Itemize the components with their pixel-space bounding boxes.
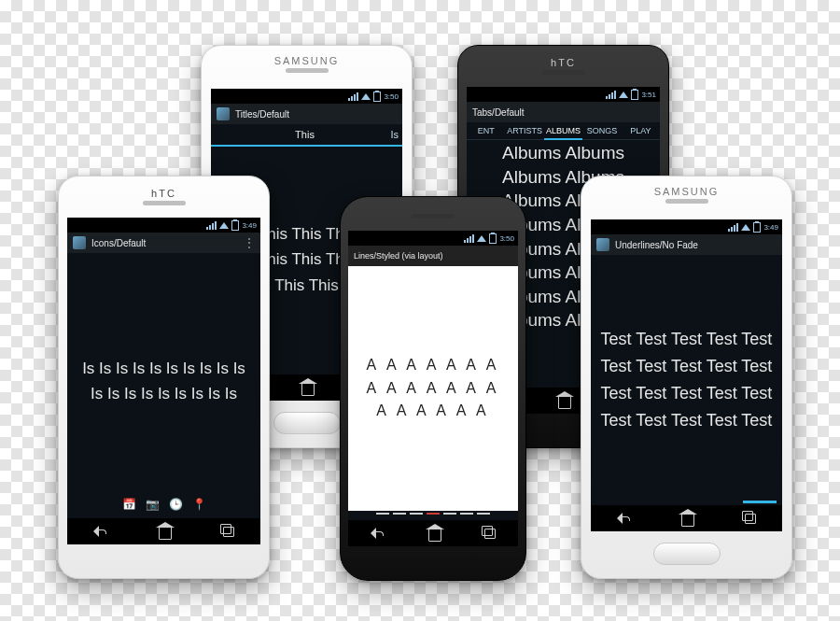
clock-icon[interactable]: 🕒: [169, 498, 183, 511]
wifi-icon: [219, 222, 229, 229]
title-strip[interactable]: This Is: [211, 124, 402, 147]
status-bar: 3:51: [467, 87, 660, 102]
action-bar: Underlines/No Fade: [591, 234, 782, 255]
tab-ent[interactable]: ENT: [467, 122, 505, 139]
battery-icon: [631, 90, 638, 100]
brand-label: SAMSUNG: [202, 55, 412, 66]
nav-home-icon[interactable]: [301, 383, 315, 396]
battery-icon: [373, 92, 381, 102]
phone-lines: 3:50 Lines/Styled (via layout) A A A A A…: [340, 196, 526, 581]
action-bar-title: Tabs/Default: [472, 107, 525, 118]
clock-text: 3:50: [499, 234, 514, 243]
battery-icon: [231, 220, 239, 231]
status-bar: 3:50: [211, 89, 402, 104]
earpiece: [143, 201, 186, 205]
nav-recent-icon[interactable]: [481, 525, 497, 542]
screen: 3:49 Underlines/No Fade Test Test Test T…: [591, 219, 782, 531]
action-bar-title: Lines/Styled (via layout): [354, 251, 443, 261]
line-indicator-current: [427, 513, 440, 515]
nav-home-icon[interactable]: [428, 529, 441, 542]
screen: 3:50 Lines/Styled (via layout) A A A A A…: [348, 231, 518, 546]
app-icon: [596, 238, 609, 251]
underline-indicator[interactable]: [743, 501, 777, 503]
signal-icon: [606, 91, 616, 99]
action-bar: Tabs/Default: [467, 102, 660, 122]
earpiece: [542, 70, 585, 75]
title-strip-current[interactable]: This: [235, 129, 374, 140]
wifi-icon: [361, 93, 371, 100]
wifi-icon: [741, 224, 750, 231]
nav-home-icon[interactable]: [159, 527, 172, 540]
home-button[interactable]: [653, 543, 721, 565]
status-bar: 3:50: [348, 231, 518, 246]
action-bar: Titles/Default: [211, 104, 402, 124]
clock-text: 3:49: [763, 223, 778, 232]
earpiece: [665, 199, 708, 204]
action-bar-title: Titles/Default: [235, 109, 289, 120]
earpiece: [412, 214, 455, 219]
page-content: Test Test Test Test Test Test Test Test …: [591, 266, 782, 494]
stage: SAMSUNG 3:50 Titles/Default This Is This…: [0, 0, 840, 621]
signal-icon: [464, 234, 474, 243]
phone-underlines: SAMSUNG 3:49 Underlines/No Fade Test Tes…: [581, 176, 792, 579]
tab-songs[interactable]: SONGS: [582, 122, 621, 139]
calendar-icon[interactable]: 📅: [122, 498, 136, 511]
line-indicator[interactable]: [348, 513, 518, 518]
page-content: A A A A A A A A A A A A A A A A A A A A: [348, 266, 518, 511]
nav-recent-icon[interactable]: [219, 523, 236, 540]
earpiece: [286, 68, 329, 73]
clock-text: 3:51: [641, 91, 656, 99]
title-strip-next[interactable]: Is: [374, 129, 402, 140]
battery-icon: [753, 222, 761, 233]
camera-icon[interactable]: 📷: [146, 498, 160, 511]
overflow-icon[interactable]: ⋮: [244, 237, 255, 248]
page-content: Is Is Is Is Is Is Is Is Is Is Is Is Is I…: [67, 274, 260, 488]
icon-indicator[interactable]: 📅 📷 🕒 📍: [67, 498, 260, 511]
nav-recent-icon[interactable]: [741, 510, 758, 527]
tab-play[interactable]: PLAY: [622, 122, 660, 139]
status-bar: 3:49: [591, 219, 782, 234]
wifi-icon: [477, 235, 486, 242]
nav-home-icon[interactable]: [558, 396, 571, 409]
signal-icon: [728, 223, 738, 232]
tab-strip: ENT ARTISTS ALBUMS SONGS PLAY: [467, 122, 660, 140]
nav-back-icon[interactable]: [369, 525, 385, 542]
nav-home-icon[interactable]: [681, 514, 694, 527]
clock-text: 3:50: [384, 92, 399, 101]
brand-label: SAMSUNG: [581, 186, 791, 197]
wifi-icon: [619, 92, 628, 98]
action-bar: Lines/Styled (via layout): [348, 246, 518, 266]
screen: 3:49 Icons/Default ⋮ Is Is Is Is Is Is I…: [67, 218, 260, 544]
brand-label: hTC: [458, 57, 668, 68]
nav-bar: [67, 518, 260, 544]
home-button[interactable]: [273, 412, 341, 434]
status-bar: 3:49: [67, 218, 260, 233]
phone-icons: hTC 3:49 Icons/Default ⋮ Is Is Is Is Is …: [58, 176, 270, 579]
app-icon: [217, 107, 230, 120]
tab-artists[interactable]: ARTISTS: [505, 122, 543, 139]
nav-bar: [591, 505, 782, 531]
nav-back-icon[interactable]: [91, 523, 108, 540]
action-bar-title: Underlines/No Fade: [615, 240, 698, 250]
signal-icon: [348, 92, 358, 101]
action-bar: Icons/Default ⋮: [67, 233, 260, 253]
nav-bar: [348, 520, 518, 546]
nav-back-icon[interactable]: [615, 510, 632, 527]
action-bar-title: Icons/Default: [91, 238, 146, 248]
brand-label: hTC: [59, 188, 269, 199]
clock-text: 3:49: [242, 221, 257, 230]
battery-icon: [489, 233, 497, 244]
app-icon: [73, 236, 86, 249]
location-icon[interactable]: 📍: [192, 498, 206, 511]
signal-icon: [206, 221, 217, 230]
tab-albums[interactable]: ALBUMS: [544, 122, 582, 139]
